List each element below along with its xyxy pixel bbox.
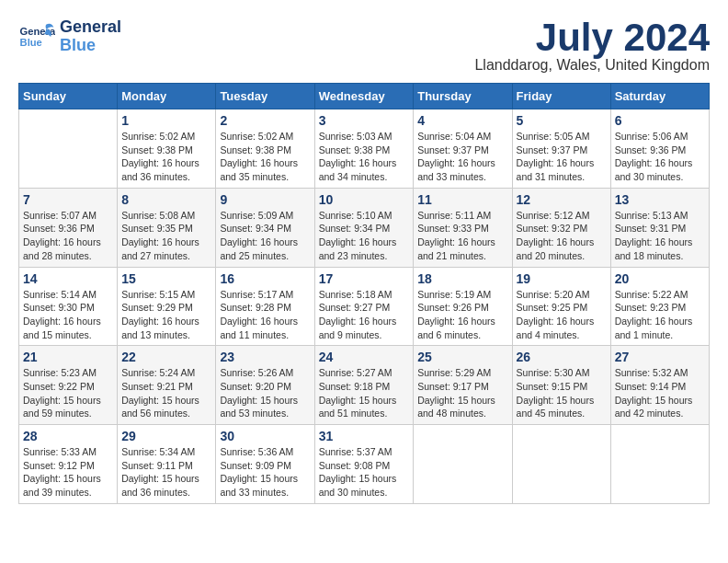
- calendar-cell: 18Sunrise: 5:19 AM Sunset: 9:26 PM Dayli…: [414, 267, 512, 346]
- calendar-cell: 9Sunrise: 5:09 AM Sunset: 9:34 PM Daylig…: [216, 188, 314, 267]
- day-number: 20: [615, 271, 705, 286]
- header: General Blue General Blue July 2024 Llan…: [18, 18, 710, 74]
- calendar-cell: [512, 425, 610, 504]
- calendar-week-row: 1Sunrise: 5:02 AM Sunset: 9:38 PM Daylig…: [19, 109, 710, 189]
- calendar-week-row: 21Sunrise: 5:23 AM Sunset: 9:22 PM Dayli…: [19, 346, 710, 425]
- day-number: 28: [23, 429, 113, 443]
- calendar-cell: 19Sunrise: 5:20 AM Sunset: 9:25 PM Dayli…: [512, 267, 610, 346]
- day-info: Sunrise: 5:12 AM Sunset: 9:32 PM Dayligh…: [517, 209, 607, 263]
- day-info: Sunrise: 5:24 AM Sunset: 9:21 PM Dayligh…: [121, 366, 211, 420]
- day-number: 5: [517, 113, 607, 128]
- day-info: Sunrise: 5:14 AM Sunset: 9:30 PM Dayligh…: [23, 288, 113, 342]
- calendar-cell: 5Sunrise: 5:05 AM Sunset: 9:37 PM Daylig…: [512, 109, 610, 189]
- calendar-cell: 25Sunrise: 5:29 AM Sunset: 9:17 PM Dayli…: [414, 346, 512, 425]
- day-number: 30: [220, 429, 310, 443]
- day-info: Sunrise: 5:33 AM Sunset: 9:12 PM Dayligh…: [23, 445, 113, 500]
- weekday-header-monday: Monday: [118, 84, 216, 109]
- day-number: 31: [319, 429, 410, 443]
- day-number: 18: [417, 271, 507, 286]
- day-info: Sunrise: 5:13 AM Sunset: 9:31 PM Dayligh…: [615, 209, 705, 263]
- calendar-cell: 15Sunrise: 5:15 AM Sunset: 9:29 PM Dayli…: [118, 267, 216, 346]
- day-number: 10: [319, 192, 410, 207]
- weekday-header-row: SundayMondayTuesdayWednesdayThursdayFrid…: [19, 84, 710, 109]
- day-number: 14: [23, 271, 113, 286]
- calendar-week-row: 14Sunrise: 5:14 AM Sunset: 9:30 PM Dayli…: [19, 267, 710, 346]
- weekday-header-thursday: Thursday: [414, 84, 512, 109]
- day-number: 17: [319, 271, 410, 286]
- calendar-cell: 27Sunrise: 5:32 AM Sunset: 9:14 PM Dayli…: [610, 346, 709, 425]
- calendar-cell: 12Sunrise: 5:12 AM Sunset: 9:32 PM Dayli…: [512, 188, 610, 267]
- day-number: 23: [220, 350, 310, 364]
- day-info: Sunrise: 5:09 AM Sunset: 9:34 PM Dayligh…: [220, 209, 310, 263]
- day-number: 19: [517, 271, 607, 286]
- logo-text-line1: General: [60, 18, 121, 37]
- calendar-cell: [610, 425, 709, 504]
- calendar-cell: 13Sunrise: 5:13 AM Sunset: 9:31 PM Dayli…: [610, 188, 709, 267]
- day-info: Sunrise: 5:06 AM Sunset: 9:36 PM Dayligh…: [615, 130, 705, 184]
- logo: General Blue General Blue: [18, 18, 121, 55]
- day-number: 25: [417, 350, 507, 364]
- calendar-cell: 3Sunrise: 5:03 AM Sunset: 9:38 PM Daylig…: [314, 109, 414, 189]
- day-info: Sunrise: 5:10 AM Sunset: 9:34 PM Dayligh…: [319, 209, 410, 263]
- day-info: Sunrise: 5:20 AM Sunset: 9:25 PM Dayligh…: [517, 288, 607, 342]
- day-info: Sunrise: 5:27 AM Sunset: 9:18 PM Dayligh…: [319, 366, 410, 420]
- day-info: Sunrise: 5:04 AM Sunset: 9:37 PM Dayligh…: [417, 130, 507, 184]
- weekday-header-wednesday: Wednesday: [314, 84, 414, 109]
- calendar-cell: 7Sunrise: 5:07 AM Sunset: 9:36 PM Daylig…: [19, 188, 118, 267]
- calendar-cell: 28Sunrise: 5:33 AM Sunset: 9:12 PM Dayli…: [19, 425, 118, 504]
- day-number: 13: [615, 192, 705, 207]
- calendar-cell: 23Sunrise: 5:26 AM Sunset: 9:20 PM Dayli…: [216, 346, 314, 425]
- svg-text:Blue: Blue: [20, 37, 42, 48]
- day-info: Sunrise: 5:34 AM Sunset: 9:11 PM Dayligh…: [121, 445, 211, 500]
- day-info: Sunrise: 5:19 AM Sunset: 9:26 PM Dayligh…: [417, 288, 507, 342]
- calendar-table: SundayMondayTuesdayWednesdayThursdayFrid…: [18, 83, 710, 504]
- calendar-cell: 14Sunrise: 5:14 AM Sunset: 9:30 PM Dayli…: [19, 267, 118, 346]
- calendar-cell: 26Sunrise: 5:30 AM Sunset: 9:15 PM Dayli…: [512, 346, 610, 425]
- location-title: Llanddarog, Wales, United Kingdom: [474, 57, 710, 74]
- day-number: 1: [121, 113, 211, 128]
- weekday-header-friday: Friday: [512, 84, 610, 109]
- day-info: Sunrise: 5:03 AM Sunset: 9:38 PM Dayligh…: [319, 130, 410, 184]
- weekday-header-sunday: Sunday: [19, 84, 118, 109]
- day-number: 16: [220, 271, 310, 286]
- calendar-cell: 20Sunrise: 5:22 AM Sunset: 9:23 PM Dayli…: [610, 267, 709, 346]
- calendar-cell: 31Sunrise: 5:37 AM Sunset: 9:08 PM Dayli…: [314, 425, 414, 504]
- day-info: Sunrise: 5:11 AM Sunset: 9:33 PM Dayligh…: [417, 209, 507, 263]
- calendar-cell: 1Sunrise: 5:02 AM Sunset: 9:38 PM Daylig…: [118, 109, 216, 189]
- calendar-cell: 24Sunrise: 5:27 AM Sunset: 9:18 PM Dayli…: [314, 346, 414, 425]
- calendar-week-row: 28Sunrise: 5:33 AM Sunset: 9:12 PM Dayli…: [19, 425, 710, 504]
- calendar-cell: 29Sunrise: 5:34 AM Sunset: 9:11 PM Dayli…: [118, 425, 216, 504]
- day-info: Sunrise: 5:02 AM Sunset: 9:38 PM Dayligh…: [220, 130, 310, 184]
- day-info: Sunrise: 5:05 AM Sunset: 9:37 PM Dayligh…: [517, 130, 607, 184]
- day-info: Sunrise: 5:02 AM Sunset: 9:38 PM Dayligh…: [121, 130, 211, 184]
- calendar-cell: 16Sunrise: 5:17 AM Sunset: 9:28 PM Dayli…: [216, 267, 314, 346]
- day-info: Sunrise: 5:17 AM Sunset: 9:28 PM Dayligh…: [220, 288, 310, 342]
- day-info: Sunrise: 5:37 AM Sunset: 9:08 PM Dayligh…: [319, 445, 410, 500]
- calendar-cell: 2Sunrise: 5:02 AM Sunset: 9:38 PM Daylig…: [216, 109, 314, 189]
- month-title: July 2024: [474, 18, 710, 57]
- day-info: Sunrise: 5:32 AM Sunset: 9:14 PM Dayligh…: [615, 366, 705, 420]
- day-number: 8: [121, 192, 211, 207]
- title-section: July 2024 Llanddarog, Wales, United King…: [474, 18, 710, 74]
- logo-text-line2: Blue: [60, 37, 121, 55]
- day-number: 21: [23, 350, 113, 364]
- day-info: Sunrise: 5:30 AM Sunset: 9:15 PM Dayligh…: [517, 366, 607, 420]
- day-number: 15: [121, 271, 211, 286]
- day-number: 24: [319, 350, 410, 364]
- day-number: 3: [319, 113, 410, 128]
- day-number: 7: [23, 192, 113, 207]
- day-info: Sunrise: 5:23 AM Sunset: 9:22 PM Dayligh…: [23, 366, 113, 420]
- weekday-header-tuesday: Tuesday: [216, 84, 314, 109]
- day-number: 26: [517, 350, 607, 364]
- day-number: 6: [615, 113, 705, 128]
- day-number: 4: [417, 113, 507, 128]
- calendar-cell: 30Sunrise: 5:36 AM Sunset: 9:09 PM Dayli…: [216, 425, 314, 504]
- day-info: Sunrise: 5:22 AM Sunset: 9:23 PM Dayligh…: [615, 288, 705, 342]
- day-number: 22: [121, 350, 211, 364]
- day-number: 27: [615, 350, 705, 364]
- day-info: Sunrise: 5:08 AM Sunset: 9:35 PM Dayligh…: [121, 209, 211, 263]
- day-number: 2: [220, 113, 310, 128]
- calendar-cell: [19, 109, 118, 189]
- day-number: 29: [121, 429, 211, 443]
- day-number: 11: [417, 192, 507, 207]
